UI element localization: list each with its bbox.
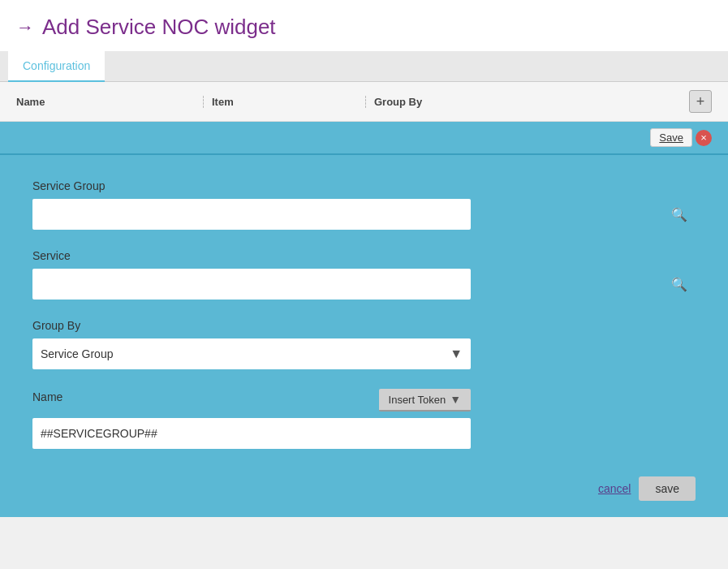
group-by-field-group: Group By Service Group Service Host ▼ [32, 319, 696, 369]
service-group-field-group: Service Group 🔍 [32, 179, 696, 230]
group-by-select[interactable]: Service Group Service Host [32, 338, 471, 369]
cancel-button[interactable]: cancel [598, 482, 631, 495]
service-label: Service [32, 249, 696, 262]
save-button[interactable]: save [639, 476, 696, 501]
service-input-wrap: 🔍 [32, 269, 696, 300]
detail-panel: Service Group 🔍 Service 🔍 Group By Servi… [0, 155, 728, 517]
service-group-input[interactable] [32, 199, 471, 230]
page-title: Add Service NOC widget [42, 15, 276, 40]
name-label: Name [32, 390, 62, 403]
group-by-select-wrap: Service Group Service Host ▼ [32, 338, 471, 369]
service-search-icon[interactable]: 🔍 [671, 277, 687, 292]
group-by-label: Group By [32, 319, 696, 332]
name-field-row: Name Insert Token ▼ [32, 389, 471, 412]
service-field-group: Service 🔍 [32, 249, 696, 300]
tab-configuration[interactable]: Configuration [8, 51, 105, 82]
arrow-icon: → [16, 17, 34, 38]
col-groupby: Group By [365, 96, 689, 108]
table-header: Name Item Group By + [0, 82, 728, 122]
col-name: Name [16, 96, 203, 108]
name-field-group: Name Insert Token ▼ [32, 389, 696, 449]
col-item: Item [203, 96, 365, 108]
insert-token-button[interactable]: Insert Token ▼ [379, 389, 471, 412]
insert-token-arrow-icon: ▼ [450, 393, 461, 406]
service-input[interactable] [32, 269, 471, 300]
service-group-label: Service Group [32, 179, 696, 192]
add-row-button[interactable]: + [689, 90, 712, 113]
detail-footer: cancel save [32, 468, 696, 501]
row-save-button[interactable]: Save [650, 128, 692, 147]
row-close-button[interactable]: × [696, 130, 712, 146]
row-actions: Save × [650, 128, 712, 147]
service-group-input-wrap: 🔍 [32, 199, 696, 230]
name-input[interactable] [32, 418, 471, 449]
table-row-active: Save × [0, 122, 728, 155]
insert-token-label: Insert Token [389, 394, 446, 406]
service-group-search-icon[interactable]: 🔍 [671, 207, 687, 222]
page-header: → Add Service NOC widget [0, 0, 728, 51]
tab-bar: Configuration [0, 51, 728, 82]
